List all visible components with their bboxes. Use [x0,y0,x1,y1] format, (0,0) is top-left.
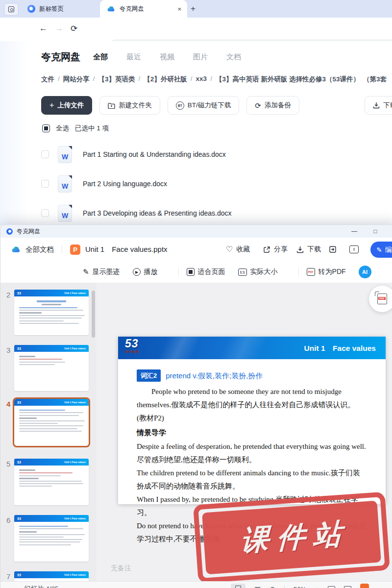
stamp-text: 课件站 [233,514,350,561]
highlight-tool-button[interactable] [360,584,369,588]
breadcrumb-item[interactable]: 【3】高中英语 新外研版 选择性必修3（53课件） [216,75,360,84]
select-all-checkbox[interactable] [42,124,50,132]
thumbnail-number: 2 [6,291,10,299]
download-button[interactable]: 下载 [365,96,392,115]
browser-logo-icon [27,5,35,13]
slide-sentence: The children pretend to be different ani… [137,466,367,493]
favorite-button[interactable]: ♡ 收藏 [226,238,250,261]
reload-icon[interactable]: ⟳ [71,24,77,34]
bt-icon: BT [176,101,184,110]
upload-button[interactable]: + 上传文件 [41,96,92,115]
download-icon [373,102,380,109]
tab-all[interactable]: 全部 [93,52,108,62]
pdf-convert-icon: PDF [307,268,315,276]
breadcrumb-item[interactable]: 【3】英语类 [98,75,135,84]
53-logo: 53 科学备考 [125,338,140,354]
tab-search-button[interactable] [4,3,19,16]
save-to-drive-button[interactable] [329,238,337,261]
thumbnail-number: 3 [6,346,10,354]
back-icon[interactable]: ← [39,24,48,33]
divider [178,268,179,276]
file-row[interactable]: W Part 2 Using language.docx [0,170,392,198]
grid-view-icon[interactable]: ▦ [254,585,261,588]
file-checkbox[interactable] [41,209,49,217]
heart-icon: ♡ [226,245,233,253]
edit-button[interactable]: ✎ 编辑 [370,242,392,258]
slide-example: People who pretend to be someone they ar… [137,385,367,425]
tab-label: 新标签页 [39,5,64,13]
forward-icon[interactable]: → [55,24,63,33]
app-logo-icon [6,228,13,235]
thumbnail-slide-6[interactable]: 6 53Unit 1 Face values [0,515,97,562]
fullscreen-icon[interactable] [344,586,351,588]
file-name[interactable]: Part 1 Starting out & Understanding idea… [83,150,226,158]
file-checkbox[interactable] [41,180,49,188]
file-name[interactable]: Part 2 Using language.docx [83,180,167,188]
bt-magnet-download-button[interactable]: BT BT/磁力链下载 [168,96,240,115]
file-row[interactable]: W Part 3 Developing ideas & Presenting i… [0,199,392,225]
play-button[interactable]: ▶ 播放 [133,268,158,276]
breadcrumb-item[interactable]: 文件 [41,75,54,84]
play-icon: ▶ [133,268,141,276]
viewer-content: 2 53Unit 1 Face values [0,283,392,581]
file-checkbox[interactable] [41,150,49,158]
new-tab-button[interactable]: + [187,3,199,15]
tab-recent[interactable]: 最近 [126,52,141,62]
select-all-label[interactable]: 全选 [56,124,69,133]
tab-image[interactable]: 图片 [193,52,208,62]
tab-doc[interactable]: 文档 [226,52,241,62]
thumbnail-number: 5 [6,460,10,468]
maximize-button[interactable]: □ [367,225,384,238]
actual-size-button[interactable]: 1:1 实际大小 [238,268,278,276]
fit-width-icon[interactable] [328,586,335,588]
watermark-stamp: 课件站 [193,492,390,581]
thumbnail-slide-2[interactable]: 2 53Unit 1 Face values [0,290,97,335]
feedback-button[interactable]: ! [349,238,359,261]
tab-new-page[interactable]: 新标签页 [22,0,101,18]
actual-size-icon: 1:1 [238,269,247,276]
share-icon [263,246,270,253]
pdf-quick-convert-button[interactable]: PDF [369,286,392,312]
breadcrumb-item[interactable]: 网站分享 [63,75,90,84]
divider [62,245,62,254]
thumbnail-slide-3[interactable]: 3 53Unit 1 Face values [0,345,97,391]
add-backup-button[interactable]: ⟳ 添加备份 [246,96,299,115]
viewer-status-bar: 幻灯片 4/25 ▦ ⊕ 56% + [0,581,392,588]
new-folder-button[interactable]: 新建文件夹 [99,96,160,115]
plus-icon: + [49,101,54,110]
pdf-convert-icon: PDF [377,294,387,304]
zoom-in-icon[interactable]: + [315,586,319,588]
page-title: 夸克网盘 [41,50,80,64]
vocab-term: pretend v.假装,装作;装扮,扮作 [166,369,263,382]
single-page-view-button[interactable] [231,584,245,588]
show-ink-button[interactable]: ✎ 显示墨迹 [83,268,120,276]
breadcrumb-item[interactable]: 【2】外研社版 [144,75,187,84]
fit-page-button[interactable]: 适合页面 [187,268,225,276]
slide-thumbnail-panel: 2 53Unit 1 Face values [0,283,97,581]
share-button[interactable]: 分享 [263,238,288,261]
close-button[interactable]: × [388,225,392,238]
file-name[interactable]: Part 3 Developing ideas & Presenting ide… [83,209,232,217]
ai-assistant-button[interactable]: AI [359,266,371,278]
all-docs-button[interactable]: 全部文档 [25,245,54,254]
window-title-bar[interactable]: 夸克网盘 — □ × [0,225,392,238]
screen: 新标签页 夸克网盘 × + ← → ⟳ 夸克网盘 全部 最近 视频 图片 [0,0,392,588]
tab-label: 夸克网盘 [120,5,144,13]
download-button[interactable]: 下载 [296,238,321,261]
thumbnail-slide-7[interactable]: 7 53Unit 1 Face values [0,571,97,581]
thumbnail-slide-5[interactable]: 5 53Unit 1 Face values [0,459,97,505]
thumbnail-scrollbar[interactable] [92,291,95,338]
quark-cloud-icon [107,5,116,12]
breadcrumb-item[interactable]: xx3 [196,75,207,84]
file-row[interactable]: W Part 1 Starting out & Understanding id… [0,140,392,169]
breadcrumb-item[interactable]: （第3套 [363,75,387,84]
to-pdf-button[interactable]: PDF 转为PDF [307,268,346,276]
close-tab-icon[interactable]: × [177,5,181,13]
transfer-icon [329,245,337,253]
tab-quark-drive[interactable]: 夸克网盘 × [100,0,187,18]
translate-icon[interactable]: ⊕ [270,585,275,588]
thumbnail-slide-4-selected[interactable]: 4 53Unit 1 Face values [0,399,97,448]
viewer-window: 夸克网盘 — □ × 全部文档 P Unit 1 Face values.ppt… [0,224,392,588]
minimize-button[interactable]: — [346,225,363,238]
tab-video[interactable]: 视频 [160,52,174,62]
